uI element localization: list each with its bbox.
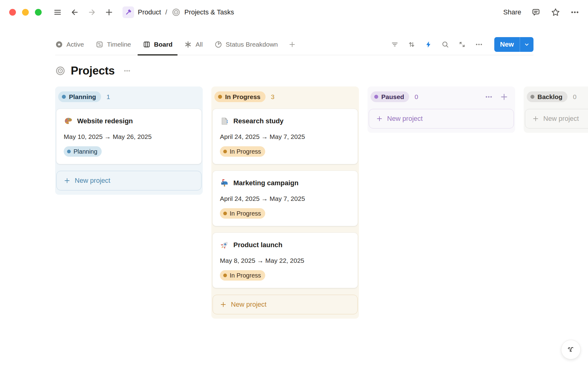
traffic-lights <box>9 9 42 16</box>
tab-board-label: Board <box>154 41 173 48</box>
card-date-range: April 24, 2025 → May 7, 2025 <box>220 133 350 141</box>
tab-all[interactable]: All <box>184 34 202 55</box>
new-project-button-backlog[interactable]: New project <box>525 109 588 128</box>
tab-board[interactable]: Board <box>143 34 173 55</box>
project-card-research-study[interactable]: Research study April 24, 2025 → May 7, 2… <box>213 109 358 164</box>
new-project-label: New project <box>75 177 110 185</box>
status-dot <box>223 274 227 277</box>
status-dot <box>530 95 534 99</box>
column-name: In Progress <box>225 93 261 101</box>
project-card-marketing-campaign[interactable]: Marketing campaign April 24, 2025 → May … <box>213 171 358 226</box>
forward-icon[interactable] <box>88 8 96 17</box>
filter-icon[interactable] <box>391 40 399 48</box>
status-pill-backlog[interactable]: Backlog <box>527 91 567 102</box>
new-project-label: New project <box>543 115 579 123</box>
column-name: Backlog <box>537 93 563 101</box>
share-button[interactable]: Share <box>503 8 521 16</box>
breadcrumb-workspace[interactable]: Product <box>138 8 161 16</box>
column-name: Paused <box>381 93 404 101</box>
title-more-icon[interactable] <box>123 67 131 75</box>
favorite-star-icon[interactable] <box>551 7 560 17</box>
column-more-icon[interactable] <box>484 93 493 101</box>
new-project-button-in-progress[interactable]: New project <box>213 295 358 314</box>
card-title: Research study <box>233 117 284 125</box>
plus-icon <box>376 115 383 122</box>
chevron-down-icon[interactable] <box>520 37 533 52</box>
column-in-progress: In Progress 3 Research study April 24, 2… <box>211 86 359 319</box>
target-icon <box>172 8 181 17</box>
status-pill-in-progress[interactable]: In Progress <box>214 91 266 102</box>
status-dot <box>374 95 378 99</box>
column-header: Planning 1 <box>58 91 200 102</box>
view-tab-bar: Active Timeline Board All Status Breakdo… <box>55 34 533 55</box>
search-icon[interactable] <box>441 40 449 48</box>
back-icon[interactable] <box>70 8 79 17</box>
sort-icon[interactable] <box>408 40 416 48</box>
comments-icon[interactable] <box>531 7 541 17</box>
star-circle-icon <box>55 40 63 48</box>
minimize-window-button[interactable] <box>22 9 29 16</box>
status-pill-planning[interactable]: Planning <box>58 91 101 102</box>
rocket-icon <box>220 240 229 250</box>
new-project-button-paused[interactable]: New project <box>369 109 514 128</box>
breadcrumb-page[interactable]: Projects & Tasks <box>184 8 234 16</box>
card-date-range: May 8, 2025 → May 22, 2025 <box>220 257 350 265</box>
plus-icon <box>220 301 227 308</box>
breadcrumb: Product / Projects & Tasks <box>123 6 234 18</box>
card-date-range: May 10, 2025 → May 26, 2025 <box>64 133 194 141</box>
timeline-icon <box>96 40 104 48</box>
more-options-icon[interactable] <box>570 8 579 17</box>
tab-timeline-label: Timeline <box>107 41 131 48</box>
notion-ai-face-button[interactable] <box>561 340 581 359</box>
bookmark-tabs-icon <box>220 117 229 126</box>
column-backlog: Backlog 0 New project <box>524 86 588 133</box>
card-status-tag: In Progress <box>220 146 265 157</box>
card-title: Product launch <box>233 241 282 249</box>
status-dot <box>223 150 227 153</box>
new-button[interactable]: New <box>494 37 533 52</box>
workspace-hammer-icon[interactable] <box>123 6 134 18</box>
card-title: Website redesign <box>77 117 133 125</box>
column-paused: Paused 0 New project <box>368 86 515 133</box>
board-view: Planning 1 Website redesign May 10, 2025… <box>0 79 588 319</box>
status-dot <box>62 95 66 99</box>
add-view-plus-icon[interactable] <box>288 40 296 48</box>
tab-all-label: All <box>195 41 202 48</box>
card-status-tag: Planning <box>64 146 102 157</box>
close-window-button[interactable] <box>9 9 16 16</box>
pie-chart-icon <box>214 40 222 48</box>
automations-lightning-icon[interactable] <box>424 40 432 48</box>
column-header: Paused 0 <box>371 91 512 102</box>
project-card-website-redesign[interactable]: Website redesign May 10, 2025 → May 26, … <box>56 109 202 164</box>
new-project-label: New project <box>231 301 266 309</box>
column-header: In Progress 3 <box>214 91 356 102</box>
column-name: Planning <box>69 93 96 101</box>
tab-status-breakdown[interactable]: Status Breakdown <box>214 34 278 55</box>
project-card-product-launch[interactable]: Product launch May 8, 2025 → May 22, 202… <box>213 233 358 288</box>
card-status-label: In Progress <box>230 148 261 155</box>
mailbox-icon <box>220 178 229 188</box>
view-options-icon[interactable] <box>475 40 483 48</box>
new-button-label[interactable]: New <box>494 37 520 52</box>
status-pill-paused[interactable]: Paused <box>371 91 409 102</box>
new-project-button-planning[interactable]: New project <box>56 171 202 190</box>
sidebar-menu-icon[interactable] <box>53 8 62 17</box>
zoom-window-button[interactable] <box>35 9 42 16</box>
palette-icon <box>64 117 73 126</box>
window-titlebar: Product / Projects & Tasks Share <box>0 0 588 25</box>
card-date-range: April 24, 2025 → May 7, 2025 <box>220 195 350 203</box>
expand-icon[interactable] <box>458 40 466 48</box>
plus-icon <box>63 177 71 184</box>
projects-target-icon <box>55 66 66 76</box>
column-add-icon[interactable] <box>500 93 508 101</box>
new-tab-plus-icon[interactable] <box>105 8 113 17</box>
tab-active-label: Active <box>66 41 84 48</box>
card-status-label: Planning <box>74 148 97 155</box>
board-columns-icon <box>143 40 151 48</box>
page-title: Projects <box>71 64 115 77</box>
tab-active[interactable]: Active <box>55 34 84 55</box>
ai-face-icon <box>566 344 576 355</box>
column-header: Backlog 0 <box>527 91 588 102</box>
status-dot <box>223 212 227 215</box>
tab-timeline[interactable]: Timeline <box>96 34 131 55</box>
